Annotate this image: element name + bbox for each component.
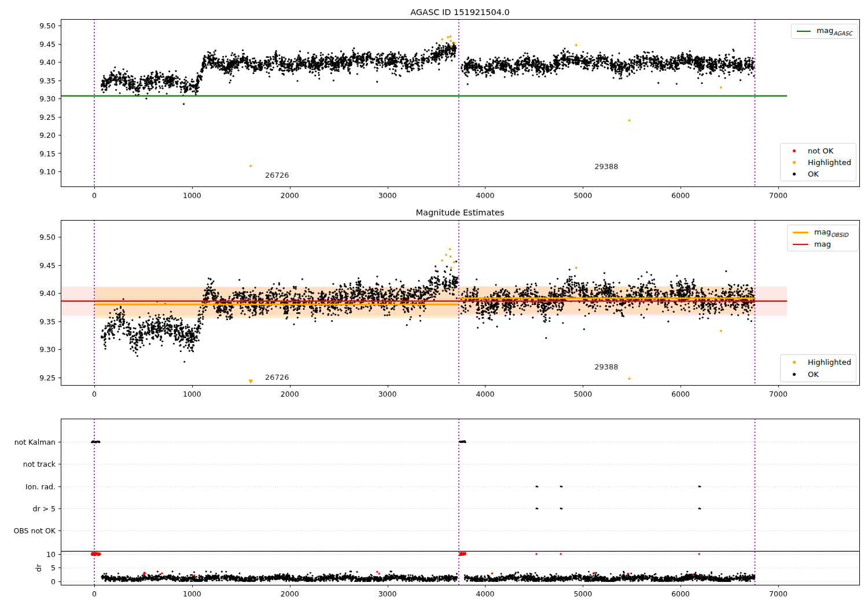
y-tick-label-middle: 9.40 — [39, 289, 56, 298]
legend-label: mag — [814, 240, 831, 248]
y-tick-label-top: 9.15 — [39, 149, 56, 158]
legend-row: Highlighted — [786, 357, 851, 367]
x-tick-label: 2000 — [281, 390, 299, 398]
x-tick-label: 0 — [92, 390, 97, 398]
black-dot-icon — [793, 173, 796, 175]
orange-dot-icon — [793, 361, 796, 364]
x-tick-label: 1000 — [183, 191, 201, 200]
legend-label: OK — [808, 370, 819, 379]
y-tick-label-top: 9.25 — [39, 112, 56, 121]
y-tick-label-middle: 9.30 — [39, 345, 56, 354]
y-tick-label-top: 9.20 — [39, 131, 56, 140]
legend-label: Highlighted — [808, 158, 851, 167]
x-tick-label: 7000 — [769, 390, 788, 398]
legend-label: magOBSID — [814, 228, 848, 238]
x-tick-label: 7000 — [769, 589, 788, 598]
y-tick-label-top: 9.35 — [39, 76, 56, 85]
x-tick-label: 6000 — [671, 191, 690, 200]
x-tick-label: 5000 — [573, 191, 592, 200]
y-tick-label-top: 9.10 — [39, 167, 56, 176]
legend-label: OK — [808, 170, 819, 178]
legend-row: OK — [786, 169, 851, 178]
x-tick-label: 4000 — [476, 589, 495, 598]
red-line-swatch-icon — [793, 244, 808, 245]
legend-point-classes-middle: Highlighted OK — [780, 354, 856, 382]
legend-row: OK — [786, 369, 851, 379]
figure-canvas — [0, 0, 868, 608]
y-tick-label-top: 9.30 — [39, 94, 56, 103]
red-dot-icon — [793, 149, 796, 152]
legend-row: magAGASC — [797, 26, 852, 36]
x-tick-label: 0 — [92, 191, 97, 200]
x-tick-label: 3000 — [378, 191, 397, 200]
x-tick-label: 3000 — [378, 390, 397, 398]
obsid-annotation: 29388 — [594, 162, 618, 171]
flag-row-label: dr > 5 — [33, 504, 56, 513]
orange-line-swatch-icon — [793, 232, 808, 233]
legend-label: magAGASC — [816, 26, 852, 36]
legend-row: not OK — [786, 146, 851, 155]
obsid-annotation: 26726 — [265, 373, 289, 382]
orange-dot-icon — [793, 161, 796, 164]
x-tick-label: 1000 — [183, 390, 201, 398]
x-tick-label: 7000 — [769, 191, 788, 200]
x-tick-label: 4000 — [476, 390, 495, 398]
legend-point-classes-top: not OK Highlighted OK — [780, 143, 856, 181]
x-tick-label: 2000 — [281, 191, 299, 200]
legend-mag-lines: magOBSID mag — [787, 225, 859, 251]
dr-tick-label: 5 — [51, 563, 56, 572]
x-tick-label: 1000 — [183, 589, 201, 598]
dr-tick-label: 0 — [51, 577, 56, 586]
obsid-annotation: 26726 — [265, 171, 289, 180]
obsid-annotation: 29388 — [594, 362, 618, 371]
legend-mag-agasc: magAGASC — [791, 24, 858, 39]
x-tick-label: 6000 — [671, 589, 690, 598]
legend-row: mag — [793, 240, 853, 248]
flag-row-label: OBS not OK — [13, 526, 56, 535]
y-tick-label-top: 9.45 — [39, 39, 56, 48]
legend-row: magOBSID — [793, 228, 853, 238]
plot-title-middle: Magnitude Estimates — [415, 208, 504, 217]
flag-row-label: not Kalman — [14, 438, 56, 446]
x-tick-label: 6000 — [671, 390, 690, 398]
x-tick-label: 5000 — [573, 589, 592, 598]
legend-label: not OK — [808, 146, 833, 155]
x-tick-label: 0 — [92, 589, 97, 598]
green-line-swatch-icon — [797, 31, 811, 32]
y-tick-label-middle: 9.35 — [39, 317, 56, 325]
y-tick-label-top: 9.50 — [39, 21, 56, 30]
y-tick-label-top: 9.40 — [39, 58, 56, 67]
y-tick-label-middle: 9.50 — [39, 233, 56, 241]
y-tick-label-middle: 9.25 — [39, 373, 56, 382]
x-tick-label: 2000 — [281, 589, 299, 598]
flag-row-label: Ion. rad. — [25, 482, 56, 491]
figure: AGASC ID 151921504.0 Magnitude Estimates… — [0, 0, 868, 608]
dr-tick-label: 10 — [46, 550, 56, 558]
x-tick-label: 4000 — [476, 191, 495, 200]
ylabel-dr: dr — [34, 564, 43, 572]
x-tick-label: 5000 — [573, 390, 592, 398]
plot-title-top: AGASC ID 151921504.0 — [410, 8, 510, 17]
flag-row-label: not track — [23, 460, 56, 468]
black-dot-icon — [793, 373, 796, 376]
legend-label: Highlighted — [808, 358, 851, 367]
y-tick-label-middle: 9.45 — [39, 261, 56, 269]
x-tick-label: 3000 — [378, 589, 397, 598]
legend-row: Highlighted — [786, 158, 851, 167]
